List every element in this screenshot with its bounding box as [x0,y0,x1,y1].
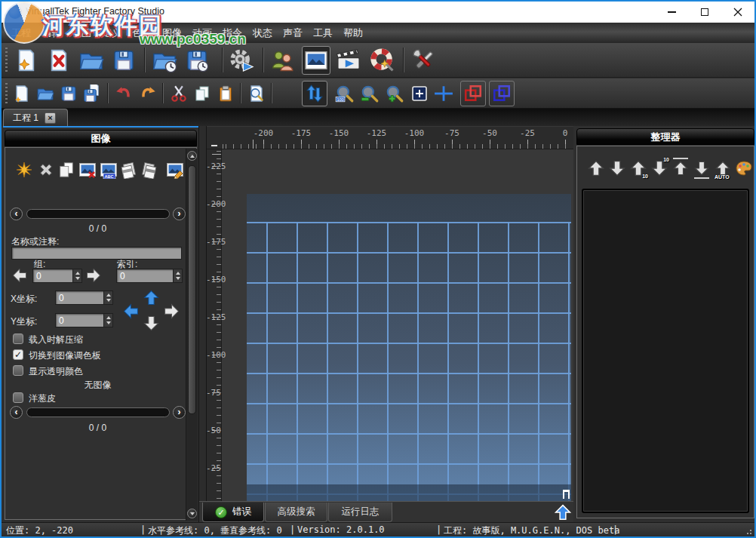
scrollbar-thumb[interactable] [188,165,196,414]
close-project-button[interactable] [45,46,73,75]
sprite-caption-button[interactable]: ABC [99,160,118,180]
index-spinner[interactable]: 0 [116,269,183,283]
move-up-10-button[interactable]: 10 [628,158,648,178]
zoom-out-button[interactable] [358,82,381,105]
show-axes-button[interactable] [432,82,455,105]
transparent-checkbox[interactable] [13,365,23,376]
onion-prev-button[interactable]: ‹ [10,406,23,419]
maximize-button[interactable] [688,2,721,23]
save-file-button[interactable] [57,82,80,105]
redo-button[interactable] [137,82,159,105]
onion-next-button[interactable] [489,81,515,106]
sprite-panel-scrollbar[interactable] [186,149,198,521]
organizer-list[interactable] [582,189,749,513]
edit-image-button[interactable] [165,160,185,180]
minimize-button[interactable] [655,2,688,23]
close-button[interactable] [721,2,754,23]
onion-checkbox[interactable] [13,392,23,403]
shift-next-button[interactable] [140,160,159,180]
spin-down-icon [176,277,180,280]
nudge-right-button[interactable] [163,303,180,319]
redo-arrow-icon [138,84,158,103]
palette-button[interactable] [734,158,754,178]
auto-save-button[interactable] [183,46,211,75]
menu-sound[interactable]: 声音 [278,24,308,42]
tab-advanced-search[interactable]: 高级搜索 [265,503,327,522]
sprite-prev-button[interactable]: ‹ [10,208,23,220]
collapse-panel-button[interactable] [554,503,572,521]
move-down-10-button[interactable]: 10 [650,158,669,178]
options-button[interactable] [410,46,438,75]
sprite-next-button[interactable]: › [173,208,186,220]
move-down-button[interactable] [607,158,627,178]
group-spin-buttons[interactable] [72,269,81,282]
new-project-button[interactable] [12,46,41,75]
toolbar-grip[interactable] [5,48,8,72]
onion-slider[interactable] [26,407,170,417]
decompress-checkbox[interactable] [13,334,23,344]
tab-run-log[interactable]: 运行日志 [328,503,392,522]
project-tab[interactable]: 工程 1 × [3,109,68,126]
y-spinner[interactable]: 0 [55,313,113,327]
swap-orientation-button[interactable] [302,81,327,106]
nudge-up-button[interactable] [143,289,159,306]
svg-text:100: 100 [337,97,343,102]
undo-button[interactable] [112,82,135,105]
open-project-button[interactable] [77,46,106,75]
shift-previous-button[interactable] [118,160,138,180]
project-tab-close-icon[interactable]: × [45,112,56,124]
help-button[interactable] [368,46,397,75]
group-prev-button[interactable] [11,268,28,283]
sprite-canvas[interactable] [247,194,571,501]
zoom-actual-button[interactable]: 100 [333,82,356,105]
zoom-in-button[interactable] [383,82,406,105]
open-file-button[interactable] [34,82,57,105]
copy-button[interactable] [191,82,214,105]
save-project-button[interactable] [109,46,138,75]
cut-button[interactable] [167,82,190,105]
x-spin-buttons[interactable] [103,291,112,304]
new-file-button[interactable] [11,82,33,105]
sprites-button[interactable] [302,46,330,75]
x-spinner[interactable]: 0 [55,291,113,305]
nudge-left-button[interactable] [122,303,139,319]
y-spin-buttons[interactable] [103,314,112,327]
move-to-bottom-button[interactable] [692,158,711,178]
palette-checkbox[interactable]: ✓ [13,349,23,360]
delete-sprite-button[interactable] [36,160,56,180]
apply-run-button[interactable] [228,46,257,75]
move-up-button[interactable] [586,158,606,178]
animations-button[interactable] [334,46,363,75]
sprite-slider[interactable] [26,209,170,219]
resize-grip[interactable] [745,527,752,535]
scroll-down-button[interactable] [187,509,197,518]
group-spinner[interactable]: 0 [32,269,82,283]
gray-x-icon [38,161,54,178]
nudge-down-button[interactable] [143,315,159,331]
photo-abc-icon: ABC [100,161,118,179]
onion-previous-button[interactable] [460,81,486,106]
move-to-top-button[interactable] [671,158,690,178]
tab-errors[interactable]: ✓ 错误 [202,503,264,522]
characters-button[interactable] [269,46,297,75]
onion-next-button[interactable]: › [173,406,186,419]
menu-help[interactable]: 帮助 [338,24,368,42]
paste-button[interactable] [214,82,237,105]
add-sprite-button[interactable] [14,160,34,180]
index-spin-buttons[interactable] [173,269,182,282]
status-separator: | [436,524,441,535]
top-bar [673,158,688,159]
menu-states[interactable]: 状态 [247,24,278,42]
preview-button[interactable] [245,82,268,105]
remove-image-button[interactable] [78,160,97,180]
zoom-fit-button[interactable] [408,82,431,105]
duplicate-sprite-button[interactable] [57,160,76,180]
save-all-button[interactable] [81,82,103,105]
group-next-button[interactable] [85,268,102,283]
open-recent-button[interactable] [150,46,179,75]
auto-arrange-button[interactable]: AUTO [713,158,733,178]
scroll-up-button[interactable] [187,151,197,161]
menu-tools[interactable]: 工具 [308,24,338,42]
maximize-icon [701,8,708,16]
toolbar-grip[interactable] [5,83,8,103]
